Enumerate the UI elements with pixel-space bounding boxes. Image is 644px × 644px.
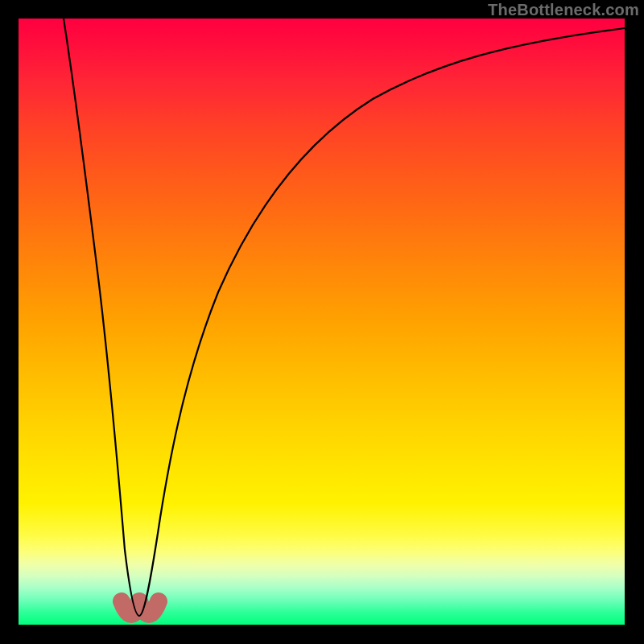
bottleneck-curve bbox=[64, 19, 625, 616]
watermark-text: TheBottleneck.com bbox=[488, 1, 639, 19]
selected-region-marker bbox=[122, 601, 159, 614]
plot-area bbox=[19, 19, 625, 625]
chart-svg bbox=[19, 19, 625, 625]
chart-frame: TheBottleneck.com bbox=[0, 0, 644, 644]
